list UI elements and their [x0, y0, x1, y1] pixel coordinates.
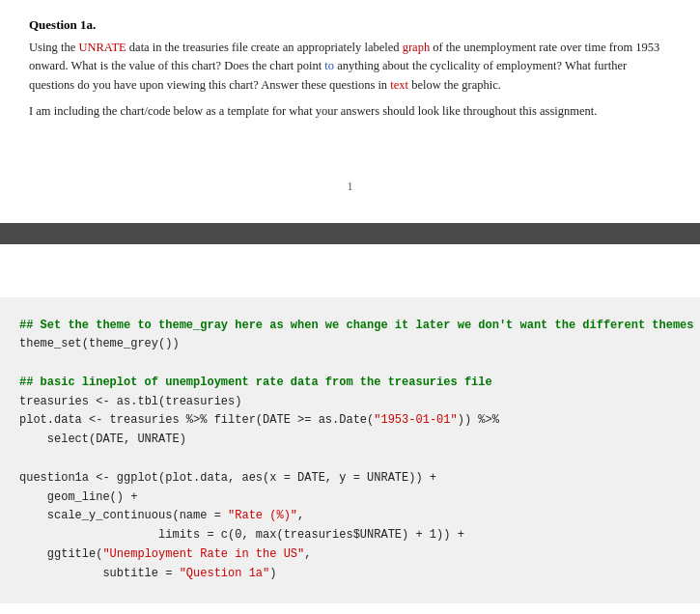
code-comment-2: ## basic lineplot of unemployment rate d…: [19, 376, 492, 389]
spacer-white: [0, 244, 700, 297]
graph-highlight: graph: [403, 41, 430, 54]
question-heading: Question 1a.: [29, 17, 671, 33]
unrate-highlight: UNRATE: [78, 41, 126, 54]
code-line-theme: theme_set(theme_grey()): [19, 337, 180, 350]
template-note: I am including the chart/code below as a…: [29, 102, 671, 121]
the-text: the: [444, 78, 459, 92]
page-number: 1: [348, 180, 353, 193]
page-number-area: 1: [0, 141, 700, 223]
dark-divider: [0, 223, 700, 244]
page-top: Question 1a. Using the UNRATE data in th…: [0, 0, 700, 141]
text-highlight: text: [390, 78, 408, 92]
code-section: ## Set the theme to theme_gray here as w…: [0, 297, 700, 603]
question-body-1: Using the UNRATE data in the treasuries …: [29, 39, 671, 95]
code-line-question1a: question1a <- ggplot(plot.data, aes(x = …: [19, 471, 464, 580]
code-line-plotdata: plot.data <- treasuries %>% filter(DATE …: [19, 413, 499, 446]
to-highlight: to: [324, 59, 334, 72]
code-line-treasuries: treasuries <- as.tbl(treasuries): [19, 395, 241, 408]
code-comment-1: ## Set the theme to theme_gray here as w…: [19, 319, 700, 332]
